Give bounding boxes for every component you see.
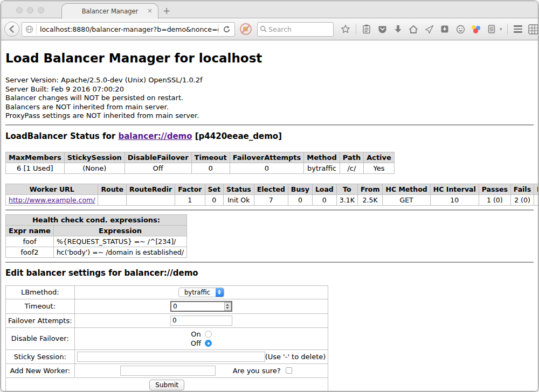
worker-table: Worker URL Route RouteRedir Factor Set S…: [5, 184, 538, 206]
back-arrow-icon: [8, 25, 16, 33]
back-button[interactable]: [4, 22, 19, 37]
timeout-label: Timeout:: [6, 299, 75, 313]
table-row: foof2 hc('body') =~ /domain is establish…: [6, 247, 187, 257]
status-heading: LoadBalancer Status for balancer://demo …: [5, 131, 534, 141]
worker-url-link[interactable]: http://www.example.com/: [9, 196, 95, 204]
toolbar-separator: [507, 24, 508, 34]
grid-apps-icon[interactable]: [528, 23, 538, 35]
sticky-session-input[interactable]: [77, 352, 265, 362]
health-check-table: Health check cond. expressions: Expr nam…: [5, 214, 187, 258]
page-title: Load Balancer Manager for localhost: [5, 51, 534, 65]
toolbar-separator: [356, 24, 356, 34]
server-info: Server Version: Apache/2.5.0-dev (Unix) …: [5, 76, 534, 121]
search-input[interactable]: [267, 25, 331, 34]
lbmethod-select[interactable]: bytraffic: [178, 288, 224, 297]
radio-off-label: Off: [191, 339, 201, 348]
browser-window: Balancer Manager × + localhost:8880/bala…: [1, 1, 538, 391]
add-worker-label: Add New Worker:: [6, 363, 75, 377]
save-to-box-icon[interactable]: [439, 23, 450, 35]
navigation-toolbar: localhost:8880/balancer-manager?b=demo&n…: [1, 18, 538, 40]
colored-dots-icon[interactable]: [471, 23, 481, 35]
health-table-title: Health check cond. expressions:: [6, 214, 187, 225]
radio-on-label: On: [191, 330, 201, 339]
number-spinner[interactable]: [224, 302, 231, 311]
tab-title: Balancer Manager: [82, 8, 139, 15]
lbmethod-selected-value: bytraffic: [179, 289, 216, 296]
toolbar-icons: ▾: [340, 23, 535, 35]
minimize-window-button[interactable]: [27, 7, 33, 13]
timeout-field-wrap: [170, 301, 232, 312]
col-path: Path: [340, 152, 363, 163]
divider: [5, 124, 534, 125]
col-active: Active: [364, 152, 395, 163]
col-expression: Expression: [53, 225, 186, 236]
edit-settings-heading: Edit balancer settings for balancer://de…: [5, 268, 534, 278]
timeout-input[interactable]: [170, 301, 232, 312]
table-header-row: Worker URL Route RouteRedir Factor Set S…: [6, 184, 538, 194]
col-expr-name: Expr name: [6, 225, 54, 236]
sticky-session-hint: (Use '-' to delete): [265, 353, 326, 361]
confirm-checkbox[interactable]: [286, 367, 292, 374]
col-method: Method: [304, 152, 340, 163]
col-failoverattempts: FailoverAttempts: [230, 152, 304, 163]
add-worker-input[interactable]: [120, 366, 216, 376]
proxypass-note: ProxyPass settings are NOT inherited fro…: [5, 111, 534, 121]
worker-row: http://www.example.com/ 1 0 Init Ok 7 0 …: [6, 194, 538, 205]
lbmethod-row: LBmethod: bytraffic: [6, 285, 328, 299]
content-blocked-icon[interactable]: [240, 23, 252, 35]
page-content: Load Balancer Manager for localhost Serv…: [1, 40, 538, 391]
search-box[interactable]: [257, 22, 334, 37]
submit-row: Submit: [6, 377, 328, 391]
persist-note: Balancer changes will NOT be persisted o…: [5, 94, 534, 103]
balancers-note: Balancers are NOT inherited from main se…: [5, 103, 534, 112]
failover-attempts-label: Failover Attempts:: [6, 313, 75, 327]
timeout-row: Timeout:: [6, 299, 328, 313]
server-version: Server Version: Apache/2.5.0-dev (Unix) …: [5, 76, 534, 85]
balancer-status-table: MaxMembers StickySession DisableFailover…: [5, 152, 395, 174]
url-text[interactable]: localhost:8880/balancer-manager?b=demo&n…: [37, 25, 218, 33]
close-window-button[interactable]: [16, 7, 23, 13]
url-bar[interactable]: localhost:8880/balancer-manager?b=demo&n…: [22, 22, 235, 37]
confirm-label: Are you sure?: [233, 367, 281, 375]
col-disablefailover: DisableFailover: [125, 152, 191, 163]
col-timeout: Timeout: [191, 152, 230, 163]
menu-hamburger-icon[interactable]: [513, 23, 523, 35]
col-stickysession: StickySession: [64, 152, 125, 163]
dropdown-caret-icon[interactable]: ▾: [500, 26, 502, 32]
submit-button[interactable]: Submit: [149, 380, 184, 390]
sticky-session-label: Sticky Session:: [6, 349, 75, 363]
radio-on[interactable]: [205, 331, 212, 338]
add-worker-row: Add New Worker: Are you sure?: [6, 363, 328, 377]
paper-plane-icon[interactable]: [424, 23, 434, 35]
table-row: foof %{REQUEST_STATUS} =~ /^[234]/: [6, 236, 187, 247]
balancer-demo-link[interactable]: balancer://demo: [118, 131, 192, 141]
failover-attempts-input[interactable]: [170, 316, 232, 326]
site-identity-globe-icon[interactable]: [22, 25, 36, 33]
new-tab-button[interactable]: +: [163, 5, 170, 16]
table-row: 6 [1 Used] (None) Off 0 0 bytraffic /c/ …: [6, 163, 395, 173]
window-controls: [16, 7, 44, 13]
bookmark-star-icon[interactable]: [340, 23, 351, 35]
failover-attempts-row: Failover Attempts:: [6, 313, 328, 327]
container-list-icon[interactable]: [486, 23, 497, 35]
server-built: Server Built: Feb 9 2016 07:00:20: [5, 85, 534, 94]
status-heading-prefix: LoadBalancer Status for: [5, 131, 118, 141]
disable-failover-row: Disable Failover: On Off: [6, 327, 328, 349]
tab-balancer-manager[interactable]: Balancer Manager ×: [61, 3, 158, 19]
downloads-icon[interactable]: [392, 23, 403, 35]
divider: [5, 209, 534, 211]
home-icon[interactable]: [408, 23, 419, 35]
sticky-session-row: Sticky Session: (Use '-' to delete): [6, 349, 328, 363]
radio-off[interactable]: [205, 340, 212, 347]
smiley-icon[interactable]: [455, 23, 466, 35]
zoom-window-button[interactable]: [38, 7, 44, 13]
divider: [5, 262, 534, 263]
clipboard-icon[interactable]: [361, 23, 372, 35]
status-heading-suffix: [p4420eeae_demo]: [192, 131, 282, 141]
tab-close-icon[interactable]: ×: [147, 7, 153, 15]
disable-failover-label: Disable Failover:: [6, 327, 75, 349]
col-maxmembers: MaxMembers: [6, 152, 65, 163]
table-header-row: MaxMembers StickySession DisableFailover…: [6, 152, 395, 163]
reload-button[interactable]: [219, 25, 234, 33]
pocket-icon[interactable]: [377, 23, 388, 35]
